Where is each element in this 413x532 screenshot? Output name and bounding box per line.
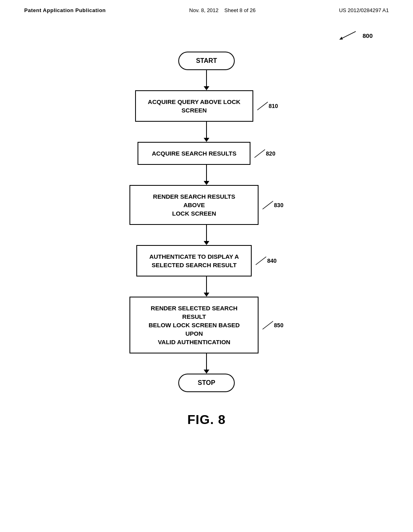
- figure-caption: FIG. 8: [188, 412, 226, 427]
- node-810-label: ACQUIRE QUERY ABOVE LOCKSCREEN: [148, 98, 240, 114]
- svg-line-6: [263, 321, 273, 329]
- node-820-label: ACQUIRE SEARCH RESULTS: [152, 150, 236, 157]
- arrow-head-3: [204, 181, 209, 185]
- ref-810-container: 810: [257, 101, 278, 111]
- node-850: RENDER SELECTED SEARCH RESULTBELOW LOCK …: [129, 297, 259, 353]
- node-830-label: RENDER SEARCH RESULTS ABOVELOCK SCREEN: [153, 193, 235, 217]
- start-node: START: [178, 52, 235, 70]
- arrow-1: [204, 70, 209, 90]
- arrow-head-1: [204, 86, 209, 90]
- header-date: Nov. 8, 2012: [189, 7, 219, 13]
- arrow-5: [204, 276, 209, 297]
- stop-node-row: STOP: [178, 374, 235, 392]
- node-820: ACQUIRE SEARCH RESULTS: [138, 142, 250, 165]
- arrow-4: [204, 225, 209, 245]
- arrow-line-2: [206, 122, 207, 138]
- node-850-label: RENDER SELECTED SEARCH RESULTBELOW LOCK …: [148, 305, 240, 345]
- svg-line-3: [254, 150, 265, 158]
- ref-830-container: 830: [262, 200, 283, 210]
- stop-node: STOP: [178, 374, 235, 392]
- arrow-head-4: [204, 241, 209, 245]
- ref-840-label: 840: [267, 258, 276, 264]
- ref-830-label: 830: [274, 202, 283, 208]
- header-sheet: Sheet 8 of 26: [224, 7, 255, 13]
- arrow-3: [204, 165, 209, 185]
- node-850-row: RENDER SELECTED SEARCH RESULTBELOW LOCK …: [129, 297, 283, 353]
- ref-850-label: 850: [274, 322, 283, 328]
- node-840: AUTHENTICATE TO DISPLAY ASELECTED SEARCH…: [136, 245, 252, 276]
- header-date-sheet: Nov. 8, 2012 Sheet 8 of 26: [189, 7, 256, 13]
- ref-830-slash-svg: [262, 200, 274, 210]
- start-node-row: START: [178, 52, 235, 70]
- svg-line-2: [257, 102, 268, 110]
- ref-820-slash-svg: [254, 149, 266, 158]
- arrow-head-5: [204, 293, 209, 297]
- ref-820-container: 820: [254, 149, 275, 158]
- header-publication: Patent Application Publication: [24, 7, 106, 13]
- arrow-head-2: [204, 138, 209, 142]
- arrow-line-5: [206, 276, 207, 293]
- header-patent-number: US 2012/0284297 A1: [339, 7, 389, 13]
- ref-840-container: 840: [255, 256, 276, 266]
- arrow-line-4: [206, 225, 207, 241]
- ref-800-label: 800: [363, 32, 373, 39]
- ref-800-arrow-svg: [338, 29, 362, 42]
- node-820-row: ACQUIRE SEARCH RESULTS 820: [138, 142, 275, 165]
- ref-800-container: 800: [338, 29, 373, 42]
- stop-label: STOP: [198, 379, 215, 386]
- ref-840-slash-svg: [255, 256, 267, 266]
- node-830: RENDER SEARCH RESULTS ABOVELOCK SCREEN: [129, 185, 259, 225]
- ref-820-label: 820: [266, 150, 275, 157]
- arrow-line-6: [206, 353, 207, 370]
- arrow-6: [204, 353, 209, 374]
- diagram-container: 800 START ACQUIRE QUERY ABOVE LOCKSCREEN…: [0, 29, 413, 427]
- node-840-label: AUTHENTICATE TO DISPLAY ASELECTED SEARCH…: [149, 253, 239, 268]
- ref-850-slash-svg: [262, 320, 274, 330]
- svg-line-4: [263, 201, 273, 209]
- flowchart: START ACQUIRE QUERY ABOVE LOCKSCREEN 810: [0, 52, 413, 392]
- arrow-line-1: [206, 70, 207, 86]
- arrow-head-6: [204, 370, 209, 374]
- page-header: Patent Application Publication Nov. 8, 2…: [0, 0, 413, 13]
- arrow-line-3: [206, 165, 207, 181]
- ref-810-label: 810: [269, 103, 278, 109]
- svg-line-5: [256, 257, 266, 265]
- start-label: START: [196, 57, 217, 64]
- ref-810-slash-svg: [257, 101, 269, 111]
- node-810-row: ACQUIRE QUERY ABOVE LOCKSCREEN 810: [135, 90, 278, 122]
- node-810: ACQUIRE QUERY ABOVE LOCKSCREEN: [135, 90, 253, 122]
- arrow-2: [204, 122, 209, 142]
- node-830-row: RENDER SEARCH RESULTS ABOVELOCK SCREEN 8…: [129, 185, 283, 225]
- node-840-row: AUTHENTICATE TO DISPLAY ASELECTED SEARCH…: [136, 245, 277, 276]
- ref-850-container: 850: [262, 320, 283, 330]
